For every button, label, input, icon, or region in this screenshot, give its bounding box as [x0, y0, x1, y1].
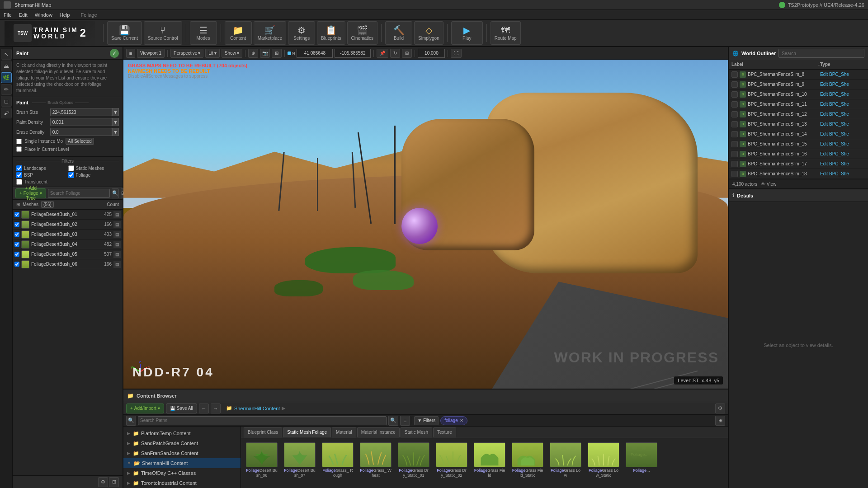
vp-camera-lock[interactable]: 📌 [377, 49, 388, 58]
route-map-button[interactable]: 🗺 Route Map [491, 21, 521, 45]
brush-size-input[interactable] [50, 108, 112, 116]
search-foliage-button[interactable]: 🔍 [112, 188, 119, 198]
tab-texture[interactable]: Texture [433, 427, 456, 437]
mesh-05-checkbox[interactable] [14, 252, 19, 257]
actor-row-1[interactable]: B BPC_ShermanFenceSlim_9 Edit BPC_She [729, 80, 868, 89]
actor-6-type[interactable]: Edit BPC_She [820, 131, 865, 136]
folder-toronto[interactable]: ▶ 📁 TorontoIndustrial Content [123, 478, 241, 488]
actor-row-5[interactable]: B BPC_ShermanFenceSlim_13 Edit BPC_She [729, 119, 868, 129]
mesh-01-options[interactable]: ▤ [113, 211, 121, 218]
mesh-03-checkbox[interactable] [14, 232, 19, 237]
viewport[interactable]: ≡ Viewport 1 Perspective ▾ Lit ▾ Show [123, 47, 728, 389]
static-meshes-checkbox[interactable] [68, 165, 74, 171]
foliage-checkbox[interactable] [68, 172, 74, 178]
save-current-button[interactable]: 💾 Save Current [107, 21, 142, 45]
single-instance-checkbox[interactable] [16, 139, 22, 144]
menu-edit[interactable]: Edit [19, 12, 28, 18]
viewport-label-button[interactable]: Viewport 1 [137, 49, 165, 58]
actor-0-type[interactable]: Edit BPC_She [820, 72, 865, 77]
tab-static-mesh[interactable]: Static Mesh [401, 427, 432, 437]
content-item-5[interactable]: FoliageGrass Dry_Static_02 [434, 441, 470, 485]
tab-blueprint-class[interactable]: Blueprint Class [244, 427, 282, 437]
coord-x-input[interactable] [297, 49, 333, 58]
translucent-checkbox[interactable] [16, 179, 22, 185]
content-item-1[interactable]: FoliageDesert Bush_07 [282, 441, 318, 485]
folder-platform-temp[interactable]: ▶ 📁 PlatformTemp Content [123, 428, 241, 438]
path-item[interactable]: ShermanHill Content [234, 406, 280, 411]
actor-4-visibility[interactable] [731, 111, 738, 117]
vp-fullscreen[interactable]: ⛶ [451, 49, 462, 58]
actor-row-0[interactable]: B BPC_ShermanFenceSlim_8 Edit BPC_She [729, 70, 868, 80]
foliage-filter-tag[interactable]: foliage ✕ [440, 416, 467, 425]
actor-2-visibility[interactable] [731, 91, 738, 98]
filter-clear-button[interactable]: ✕ [460, 418, 463, 423]
content-button[interactable]: 📁 Content [225, 21, 252, 45]
vp-rotate[interactable]: ↻ [390, 49, 400, 58]
actor-1-visibility[interactable] [731, 81, 738, 88]
mesh-02-options[interactable]: ▤ [113, 221, 121, 228]
actor-row-2[interactable]: B BPC_ShermanFenceSlim_10 Edit BPC_She [729, 89, 868, 99]
mesh-06-checkbox[interactable] [14, 262, 19, 267]
mesh-04-checkbox[interactable] [14, 242, 19, 247]
mesh-04-options[interactable]: ▤ [113, 241, 121, 248]
transform-btn[interactable]: ⊕ [248, 49, 258, 58]
mesh-06-options[interactable]: ▤ [113, 261, 121, 268]
search-paths-icon[interactable]: 🔍 [126, 416, 136, 426]
mesh-01-checkbox[interactable] [14, 212, 19, 217]
erase-density-btn[interactable]: ▼ [112, 128, 119, 136]
vp-grid-btn[interactable]: ⊞ [272, 49, 282, 58]
content-item-2[interactable]: FoliageGrass_ Rough [320, 441, 356, 485]
mesh-05-options[interactable]: ▤ [113, 251, 121, 258]
filters-button[interactable]: ▼ Filters [414, 416, 439, 425]
marketplace-button[interactable]: 🛒 Marketplace [254, 21, 286, 45]
play-button[interactable]: ▶ Play [451, 21, 483, 45]
content-item-10[interactable]: Foliage... Foliage... [623, 441, 660, 485]
search-paths-go[interactable]: 🔍 [388, 416, 398, 426]
place-in-level-checkbox[interactable] [16, 146, 22, 152]
build-button[interactable]: 🔨 Build [385, 21, 412, 45]
cinematics-button[interactable]: 🎬 Cinematics [347, 21, 377, 45]
actor-row-9[interactable]: B BPC_ShermanFenceSlim_17 Edit BPC_She [729, 159, 868, 169]
actor-row-7[interactable]: B BPC_ShermanFenceSlim_15 Edit BPC_She [729, 139, 868, 149]
single-instance-dropdown[interactable]: All Selected [66, 138, 94, 145]
actor-row-8[interactable]: B BPC_ShermanFenceSlim_16 Edit BPC_She [729, 149, 868, 159]
actor-7-type[interactable]: Edit BPC_She [820, 141, 865, 146]
brush-size-btn[interactable]: ▼ [112, 108, 119, 116]
actor-10-visibility[interactable] [731, 171, 738, 177]
menu-file[interactable]: File [4, 12, 12, 18]
blueprints-button[interactable]: 📋 Blueprints [317, 21, 345, 45]
content-item-6[interactable]: FoliageGrass Field [472, 441, 508, 485]
actor-2-type[interactable]: Edit BPC_She [820, 92, 865, 97]
actor-7-visibility[interactable] [731, 141, 738, 147]
source-control-button[interactable]: ⑂ Source Control [144, 21, 182, 45]
actor-4-type[interactable]: Edit BPC_She [820, 112, 865, 117]
actor-1-type[interactable]: Edit BPC_She [820, 82, 865, 87]
tab-material-instance[interactable]: Material Instance [357, 427, 400, 437]
folder-timeofday[interactable]: ▶ 📁 TimeOfDay C++ Classes [123, 468, 241, 478]
modes-button[interactable]: ☰ Modes [190, 21, 217, 45]
actor-8-visibility[interactable] [731, 151, 738, 157]
foliage-mode-button[interactable]: 🌿 [1, 72, 12, 83]
save-all-button[interactable]: 💾 Save All [166, 404, 197, 413]
lit-button[interactable]: Lit ▾ [205, 49, 220, 58]
simplygon-button[interactable]: ◇ Simplygon [414, 21, 443, 45]
browser-forward-button[interactable]: → [211, 404, 221, 413]
coord-y-input[interactable] [335, 49, 371, 58]
add-foliage-button[interactable]: + + Add Foliage Type ▾ [15, 188, 46, 198]
left-panel-layout[interactable]: ⊞ [109, 477, 119, 487]
outliner-search-input[interactable] [778, 49, 864, 58]
mesh-paint-button[interactable]: 🖌 [1, 108, 12, 118]
actor-9-type[interactable]: Edit BPC_She [820, 161, 865, 166]
geometry-mode-button[interactable]: ◻ [1, 96, 12, 107]
menu-window[interactable]: Window [35, 12, 52, 18]
search-paths-settings[interactable]: ≡ [400, 416, 410, 426]
content-item-3[interactable]: FoliageGrass_ Wheat [358, 441, 394, 485]
view-link[interactable]: 👁 View [761, 182, 776, 187]
actor-8-type[interactable]: Edit BPC_She [820, 151, 865, 156]
grid-size-input[interactable] [418, 49, 445, 58]
search-foliage-input[interactable] [48, 189, 110, 198]
actor-0-visibility[interactable] [731, 71, 738, 78]
content-item-9[interactable]: FoliageGrass Low_Static [585, 441, 622, 485]
add-import-button[interactable]: + Add/Import ▾ [126, 404, 164, 413]
show-button[interactable]: Show ▾ [222, 49, 242, 58]
